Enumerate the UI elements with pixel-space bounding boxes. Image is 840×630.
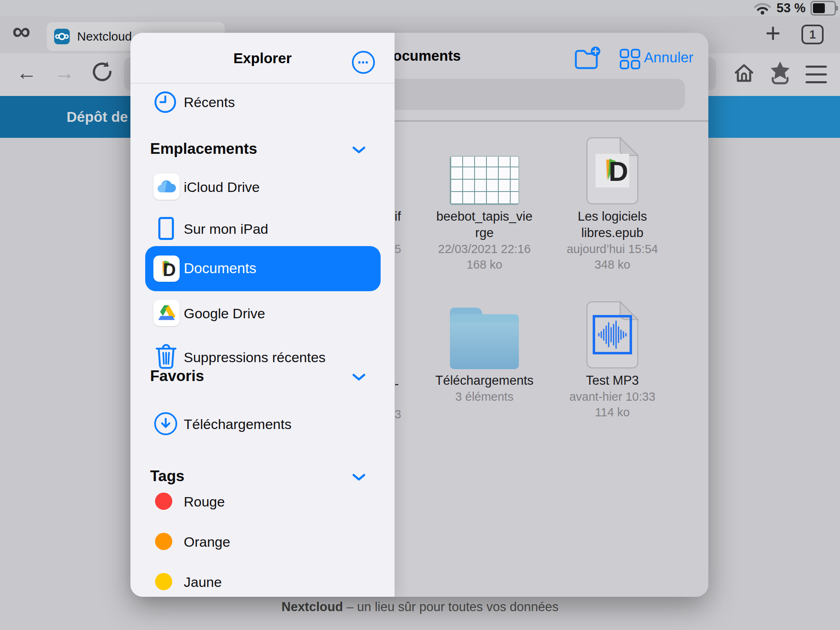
- partial-file-meta-2: 3: [395, 408, 401, 421]
- tab-count-button[interactable]: 1: [801, 25, 824, 44]
- documents-app-icon: D: [153, 256, 180, 282]
- nextcloud-favicon: [54, 29, 70, 44]
- section-favorites: Favoris: [150, 368, 204, 385]
- sidebar-item-icloud-drive[interactable]: iCloud Drive: [184, 179, 260, 195]
- footer-tagline: – un lieu sûr pour toutes vos données: [343, 600, 559, 614]
- chevron-down-icon[interactable]: [352, 473, 366, 482]
- chevron-down-icon[interactable]: [352, 146, 366, 154]
- screen: 53 % ∞ Nextcloud × + 1 ← → Dépôt de: [0, 0, 840, 630]
- file-tile[interactable]: D Les logicielslibres.epub aujourd’hui 1…: [557, 135, 668, 272]
- partial-file-meta: 5: [395, 242, 401, 256]
- partial-file-name: if: [395, 209, 401, 224]
- page-footer: Nextcloud – un lieu sûr pour toutes vos …: [0, 600, 840, 614]
- nextcloud-banner: Dépôt de: [0, 96, 130, 138]
- tag-dot-orange: [155, 533, 172, 550]
- more-options-button[interactable]: •••: [352, 51, 375, 74]
- sidebar-item-tag-rouge[interactable]: Rouge: [184, 494, 225, 510]
- svg-text:D: D: [163, 260, 176, 279]
- tag-dot-red: [155, 493, 172, 510]
- battery-percent: 53 %: [776, 1, 806, 16]
- back-button[interactable]: ←: [16, 62, 37, 83]
- partial-file-name-2: -: [395, 377, 399, 391]
- section-locations: Emplacements: [150, 140, 257, 158]
- sidebar-item-google-drive[interactable]: Google Drive: [184, 306, 265, 322]
- view-grid-icon[interactable]: [619, 48, 641, 70]
- clock-icon: [153, 90, 177, 114]
- trash-icon: [155, 344, 177, 370]
- private-browsing-icon[interactable]: ∞: [12, 16, 30, 46]
- download-icon: [154, 412, 177, 435]
- audio-document-icon: [586, 301, 639, 369]
- file-tile[interactable]: beebot_tapis_vierge 22/03/2021 22:16168 …: [429, 135, 540, 272]
- file-tile[interactable]: Test MP3 avant-hier 10:33114 ko: [557, 295, 668, 420]
- nextcloud-banner-right: [708, 96, 840, 138]
- ipad-icon: [158, 217, 174, 240]
- new-tab-button[interactable]: +: [765, 18, 781, 48]
- epub-document-icon: D: [586, 137, 639, 205]
- battery-icon: [810, 1, 836, 16]
- sidebar-item-on-my-ipad[interactable]: Sur mon iPad: [184, 221, 268, 237]
- wifi-icon: [753, 1, 772, 15]
- tag-dot-yellow: [155, 573, 172, 590]
- new-folder-icon[interactable]: [574, 46, 601, 71]
- status-indicators: 53 %: [753, 1, 836, 16]
- bookmark-star-icon[interactable]: [768, 60, 792, 85]
- cancel-button[interactable]: Annuler: [644, 49, 694, 66]
- spreadsheet-thumbnail: [450, 156, 519, 205]
- folder-tile[interactable]: Téléchargements 3 éléments: [429, 295, 540, 404]
- explorer-panel: Explorer ••• Récents Emplacements iCloud…: [130, 33, 395, 597]
- sidebar-item-tag-orange[interactable]: Orange: [184, 534, 230, 550]
- forward-button[interactable]: →: [54, 62, 75, 83]
- sidebar-item-recents[interactable]: Récents: [184, 94, 235, 110]
- folder-icon: [450, 308, 519, 369]
- google-drive-icon: [153, 300, 180, 326]
- svg-text:D: D: [609, 156, 628, 187]
- chevron-down-icon[interactable]: [352, 373, 366, 381]
- reload-icon[interactable]: [91, 61, 113, 83]
- icloud-drive-icon: [153, 173, 180, 200]
- footer-brand: Nextcloud: [281, 600, 343, 614]
- status-bar: [0, 0, 840, 16]
- section-tags: Tags: [150, 468, 185, 485]
- sidebar-item-recently-deleted[interactable]: Suppressions récentes: [184, 349, 326, 365]
- menu-icon[interactable]: [806, 66, 827, 89]
- home-icon[interactable]: [733, 62, 756, 84]
- sidebar-item-tag-jaune[interactable]: Jaune: [184, 574, 222, 590]
- sidebar-item-documents-selected[interactable]: D Documents: [145, 246, 381, 291]
- sidebar-item-downloads[interactable]: Téléchargements: [184, 416, 292, 432]
- panel-divider: [130, 83, 395, 84]
